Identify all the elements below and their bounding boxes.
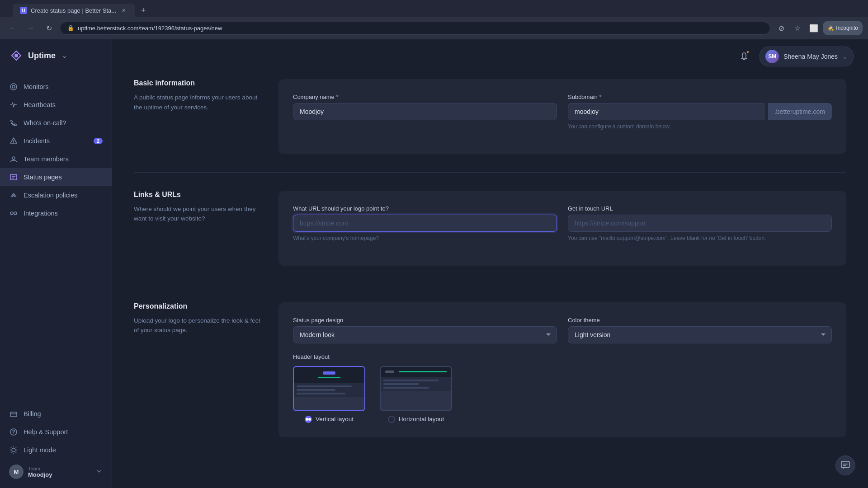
sidebar-item-status-pages[interactable]: Status pages [0,168,112,186]
vertical-layout-label: Vertical layout [316,416,354,422]
integrations-label: Integrations [24,210,58,217]
tab-close-button[interactable]: × [120,6,128,14]
subdomain-hint: You can configure a custom domain below. [568,123,832,131]
browser-chrome: U Create status page | Better Sta... × +… [0,0,868,39]
bookmark-button[interactable]: ☆ [790,21,805,35]
browser-tab[interactable]: U Create status page | Better Sta... × [13,4,135,17]
url-text: uptime.betterstack.com/team/192396/statu… [78,25,222,32]
sidebar-item-team-members[interactable]: Team members [0,150,112,168]
subdomain-input[interactable] [568,103,764,120]
monitors-icon [9,82,18,91]
app-layout: Uptime ⌄ Monitors [0,39,868,488]
user-avatar: SM [765,50,779,63]
logo-url-input[interactable] [293,215,557,232]
help-icon [9,427,18,436]
horizontal-layout-preview [380,366,452,411]
svg-rect-12 [10,412,17,417]
team-members-icon [9,155,18,164]
chat-widget[interactable] [835,455,855,475]
url-bar[interactable]: 🔒 uptime.betterstack.com/team/192396/sta… [60,22,770,35]
svg-point-15 [13,433,14,434]
layout-options: Vertical layout [293,366,832,423]
vertical-layout-label-row: Vertical layout [305,416,354,423]
incidents-badge: 2 [94,138,103,144]
escalation-policies-label: Escalation policies [24,192,77,199]
svg-point-9 [10,212,13,215]
whos-on-call-label: Who's on-call? [24,119,66,127]
svg-point-5 [12,157,15,160]
incognito-badge: 🕵 Incognito [823,21,863,35]
vertical-layout-radio[interactable] [305,416,312,423]
user-profile[interactable]: SM Sheena May Jones ⌄ [760,47,854,66]
contact-url-input[interactable] [568,215,832,232]
team-members-label: Team members [24,155,69,163]
color-theme-label: Color theme [568,317,832,324]
sidebar: Uptime ⌄ Monitors [0,39,112,488]
sidebar-item-integrations[interactable]: Integrations [0,204,112,222]
subdomain-suffix: .betteruptime.com [768,103,832,120]
links-urls-title: Links & URLs [134,191,260,199]
vertical-layout-option[interactable]: Vertical layout [293,366,365,423]
svg-rect-6 [10,174,17,180]
notification-button[interactable] [736,48,752,65]
forward-button[interactable]: → [24,21,38,35]
notification-dot [746,50,750,54]
color-theme-group: Color theme Light version Dark version A… [568,317,832,343]
new-tab-button[interactable]: + [137,4,150,17]
subdomain-row: .betteruptime.com [568,103,832,120]
extension-button[interactable]: ⬜ [807,21,821,35]
personalization-fields-row: Status page design Modern look Classic l… [293,317,832,343]
monitors-label: Monitors [24,83,49,90]
back-button[interactable]: ← [5,21,20,35]
horizontal-layout-option[interactable]: Horizontal layout [380,366,452,423]
user-chevron-icon: ⌄ [842,53,848,60]
logo-url-group: What URL should your logo point to? What… [293,205,557,242]
svg-line-22 [16,452,17,453]
browser-nav-bar: ← → ↻ 🔒 uptime.betterstack.com/team/1923… [0,17,868,39]
reload-button[interactable]: ↻ [42,21,56,35]
basic-information-fields: Company name * Subdomain * .b [278,79,846,154]
personalization-title: Personalization [134,302,260,310]
svg-point-4 [14,143,14,143]
header-layout-label: Header layout [293,353,330,360]
header-layout-group: Header layout [293,352,832,423]
sidebar-item-billing[interactable]: Billing [0,405,112,423]
team-name: Moodjoy [28,471,91,478]
sidebar-item-whos-on-call[interactable]: Who's on-call? [0,114,112,132]
no-image-button[interactable]: ⊘ [774,21,788,35]
uptime-logo-icon [9,48,24,63]
sidebar-item-incidents[interactable]: Incidents 2 [0,132,112,150]
section-divider-1 [134,172,846,173]
company-name-label: Company name * [293,94,557,100]
sidebar-item-help-support[interactable]: Help & Support [0,423,112,441]
section-divider-2 [134,284,846,284]
color-theme-select-wrapper: Light version Dark version Auto [568,326,832,343]
sidebar-item-escalation-policies[interactable]: Escalation policies [0,186,112,204]
heartbeats-label: Heartbeats [24,101,56,108]
light-mode-label: Light mode [24,446,56,454]
personalization-info: Personalization Upload your logo to pers… [134,302,278,437]
sidebar-logo[interactable]: Uptime ⌄ [0,39,112,72]
status-page-design-group: Status page design Modern look Classic l… [293,317,557,343]
sidebar-nav: Monitors Heartbeats Who's on-call? [0,72,112,401]
subdomain-label: Subdomain * [568,94,832,100]
team-section[interactable]: M Team Moodjoy [0,459,112,484]
browser-actions: ⊘ ☆ ⬜ 🕵 Incognito [774,21,863,35]
company-name-input[interactable] [293,103,557,120]
svg-point-1 [10,84,17,90]
color-theme-select[interactable]: Light version Dark version Auto [568,326,832,343]
status-page-design-select[interactable]: Modern look Classic look Minimal look [293,326,557,343]
sidebar-item-monitors[interactable]: Monitors [0,78,112,96]
help-support-label: Help & Support [24,428,68,436]
incidents-icon [9,136,18,145]
sidebar-item-heartbeats[interactable]: Heartbeats [0,96,112,114]
escalation-icon [9,191,18,200]
status-page-design-label: Status page design [293,317,557,324]
user-name: Sheena May Jones [783,53,838,60]
svg-line-24 [11,452,12,453]
svg-point-0 [14,54,18,57]
horizontal-layout-radio[interactable] [388,416,395,423]
links-urls-section: Links & URLs Where should we point your … [134,191,846,266]
top-header: SM Sheena May Jones ⌄ [722,39,868,74]
sidebar-item-light-mode[interactable]: Light mode [0,441,112,459]
